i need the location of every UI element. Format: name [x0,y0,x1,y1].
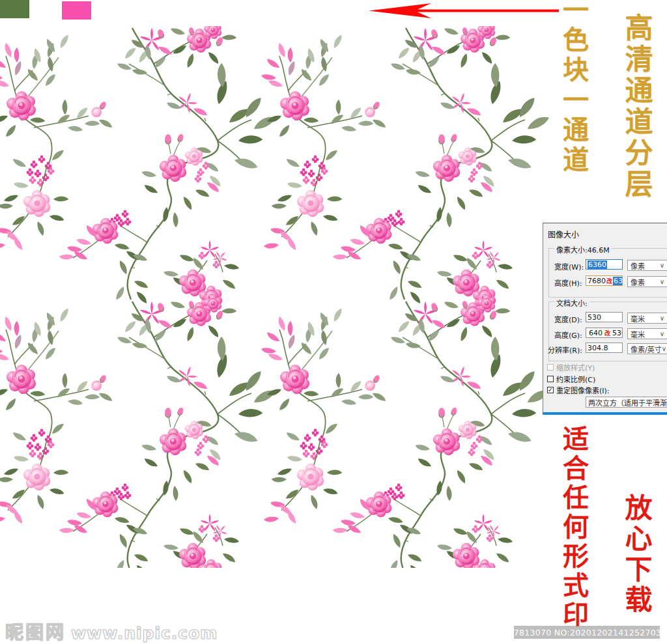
doc-width-unit-select[interactable]: 毫米 ∨ [627,313,667,324]
pixel-width-unit-select[interactable]: 像素 ∨ [627,260,667,271]
pixel-width-value: 6360 [588,260,607,269]
resample-method-select[interactable]: 两次立方（适用于平滑渐变 [586,397,667,408]
doc-width-input[interactable]: 530 [586,312,623,322]
chevron-down-icon: ∨ [660,279,664,285]
pixel-width-input[interactable]: 6360 [586,259,623,270]
scale-styles-checkbox[interactable] [547,364,554,371]
color-swatch-pink [62,1,91,20]
edit-annotation: 改 [604,329,610,337]
document-size-legend: 文档大小: [554,298,589,308]
watermark-site-url: www.nipic.com [71,624,218,643]
note-gold-outer: 高清通道分层 [616,13,657,201]
resample-image-checkbox-row: ✓ 重定图像像素(I): [547,386,610,394]
left-arrow-icon [363,0,561,22]
doc-height-input[interactable]: 640改530 [586,328,623,338]
constrain-proportions-checkbox[interactable] [547,376,554,382]
doc-height-label: 高度(G): [554,329,582,340]
resolution-label: 分辨率(R): [548,344,582,355]
pixel-height-old-value: 7680 [588,277,606,285]
doc-height-unit-select[interactable]: 毫米 ∨ [627,328,667,339]
pixel-height-label: 高度(H): [554,277,582,288]
chevron-down-icon: ∨ [660,315,664,322]
chevron-down-icon: ∨ [660,262,664,269]
pixel-size-legend: 像素大小:46.6M [554,244,612,255]
constrain-proportions-checkbox-row: 约束比例(C) [547,375,595,383]
pixel-size-group: 像素大小:46.6M [548,248,667,298]
color-swatch-green [0,0,29,18]
note-gold-inner: 一色块一通道 [555,0,593,176]
dialog-bottom-accent [543,412,667,415]
chevron-down-icon: ∨ [660,331,664,337]
doc-width-label: 宽度(D): [554,314,582,324]
note-red-left: 适合任何形式印 [555,425,593,630]
image-id-bar: ID:27813070 NO:20201202141252703080 [514,626,660,639]
doc-height-old-value: 640 [589,329,603,337]
pixel-height-value: 6360 [613,277,623,285]
resample-image-checkbox[interactable]: ✓ [547,387,554,393]
note-red-right: 放心下载 [616,494,656,616]
dialog-title: 图像大小 [548,229,579,240]
scale-styles-checkbox-row: 缩放样式(Y) [547,363,595,371]
nipic-watermark: 昵图网 www.nipic.com [5,618,218,644]
doc-height-value: 530 [612,329,623,337]
edit-annotation: 改 [606,277,612,285]
chevron-down-icon: ∨ [662,346,666,352]
resolution-input[interactable]: 304.8 [586,343,623,353]
pixel-height-unit-select[interactable]: 像素 ∨ [627,276,667,287]
pixel-width-label: 宽度(W): [554,261,584,272]
resolution-unit-select[interactable]: 像素/英寸 ∨ [627,343,667,354]
pixel-height-input[interactable]: 7680改6360 [586,275,623,286]
image-size-dialog: 图像大小 像素大小:46.6M 宽度(W): 6360 像素 ∨ 高度(H): … [543,223,667,415]
watermark-site-name: 昵图网 [5,618,66,644]
